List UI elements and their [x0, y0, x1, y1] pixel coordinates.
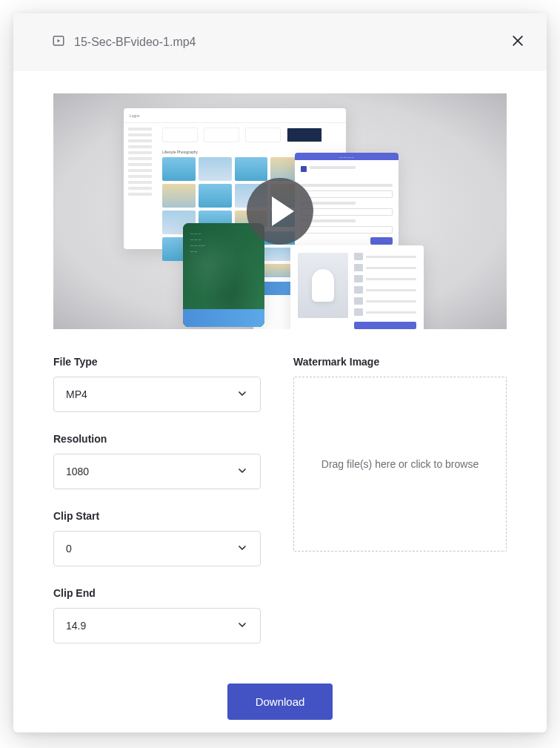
download-button[interactable]: Download — [227, 684, 333, 720]
preview-thumb: — — —— — —— — — —— — — [183, 223, 264, 327]
dialog-header: 15-Sec-BFvideo-1.mp4 — [13, 13, 547, 71]
preview-thumb — [290, 245, 424, 329]
play-button[interactable] — [247, 178, 313, 245]
form-left-column: File Type MP4 Resolution 1080 — [53, 356, 261, 664]
clip-end-value: 14.9 — [66, 620, 86, 632]
clip-end-group: Clip End 14.9 — [53, 587, 261, 643]
clip-end-select[interactable]: 14.9 — [53, 608, 261, 643]
chevron-down-icon — [236, 619, 248, 633]
clip-end-label: Clip End — [53, 587, 261, 599]
watermark-group: Watermark Image Drag file(s) here or cli… — [293, 356, 507, 552]
dropzone-text: Drag file(s) here or click to browse — [321, 458, 479, 470]
close-icon — [510, 33, 525, 51]
close-button[interactable] — [510, 34, 526, 50]
clip-start-select[interactable]: 0 — [53, 531, 261, 566]
file-type-label: File Type — [53, 356, 261, 368]
chevron-down-icon — [236, 465, 248, 479]
form-columns: File Type MP4 Resolution 1080 — [53, 356, 507, 664]
resolution-select[interactable]: 1080 — [53, 454, 261, 489]
resolution-label: Resolution — [53, 433, 261, 445]
file-type-select[interactable]: MP4 — [53, 377, 261, 412]
file-type-group: File Type MP4 — [53, 356, 261, 412]
video-preview: Logos Lifestyle Photography — [53, 93, 507, 329]
clip-start-group: Clip Start 0 — [53, 510, 261, 566]
watermark-dropzone[interactable]: Drag file(s) here or click to browse — [293, 377, 507, 552]
filename-label: 15-Sec-BFvideo-1.mp4 — [74, 36, 196, 49]
header-title-group: 15-Sec-BFvideo-1.mp4 — [52, 34, 196, 50]
form-right-column: Watermark Image Drag file(s) here or cli… — [293, 356, 507, 664]
clip-start-value: 0 — [66, 543, 72, 555]
chevron-down-icon — [236, 542, 248, 556]
chevron-down-icon — [236, 388, 248, 402]
dialog-body: Logos Lifestyle Photography — [13, 71, 547, 732]
watermark-label: Watermark Image — [293, 356, 507, 368]
clip-start-label: Clip Start — [53, 510, 261, 522]
resolution-group: Resolution 1080 — [53, 433, 261, 489]
file-type-value: MP4 — [66, 388, 87, 400]
resolution-value: 1080 — [66, 466, 89, 477]
dialog-footer: Download — [53, 684, 507, 720]
video-file-icon — [52, 34, 65, 50]
video-download-dialog: 15-Sec-BFvideo-1.mp4 Logos — [13, 13, 547, 732]
